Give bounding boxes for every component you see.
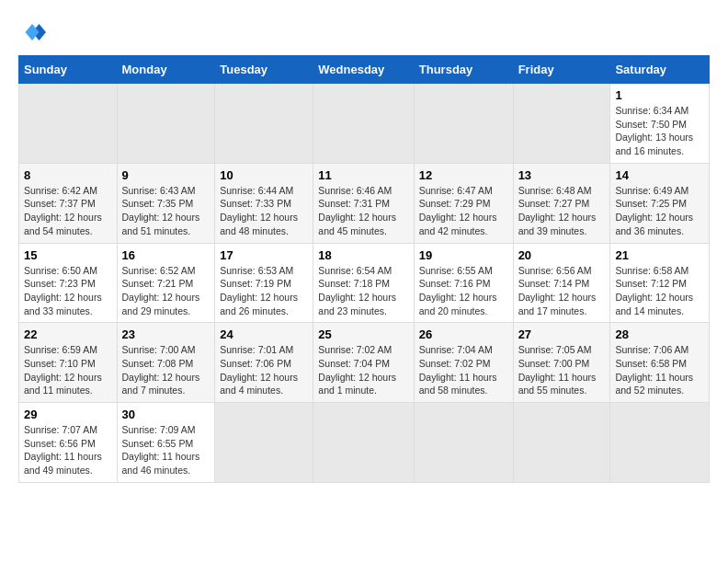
day-cell [414,84,513,164]
day-cell: 1Sunrise: 6:34 AMSunset: 7:50 PMDaylight… [610,84,710,164]
day-info: Sunrise: 7:04 AMSunset: 7:02 PMDaylight:… [419,343,508,397]
day-cell: 27Sunrise: 7:05 AMSunset: 7:00 PMDayligh… [513,323,610,403]
header-friday: Friday [513,56,610,84]
day-info: Sunrise: 6:50 AMSunset: 7:23 PMDaylight:… [24,264,112,318]
day-number: 9 [122,168,210,182]
day-info: Sunrise: 7:09 AMSunset: 6:55 PMDaylight:… [122,423,210,477]
day-info: Sunrise: 6:46 AMSunset: 7:31 PMDaylight:… [318,184,408,238]
day-info: Sunrise: 6:42 AMSunset: 7:37 PMDaylight:… [24,184,112,238]
day-cell: 16Sunrise: 6:52 AMSunset: 7:21 PMDayligh… [117,243,215,323]
week-row-0: 1Sunrise: 6:34 AMSunset: 7:50 PMDaylight… [19,84,710,164]
day-cell: 15Sunrise: 6:50 AMSunset: 7:23 PMDayligh… [19,243,118,323]
day-info: Sunrise: 7:06 AMSunset: 6:58 PMDaylight:… [615,343,704,397]
day-cell: 29Sunrise: 7:07 AMSunset: 6:56 PMDayligh… [19,403,118,483]
day-cell [117,84,215,164]
day-number: 29 [24,408,112,421]
day-cell [313,403,414,483]
day-cell: 9Sunrise: 6:43 AMSunset: 7:35 PMDaylight… [117,163,215,243]
day-info: Sunrise: 6:34 AMSunset: 7:50 PMDaylight:… [615,104,704,158]
day-info: Sunrise: 6:56 AMSunset: 7:14 PMDaylight:… [518,264,606,318]
day-cell: 19Sunrise: 6:55 AMSunset: 7:16 PMDayligh… [414,243,513,323]
day-cell [215,84,313,164]
day-number: 17 [220,248,308,262]
day-cell: 24Sunrise: 7:01 AMSunset: 7:06 PMDayligh… [215,323,313,403]
day-info: Sunrise: 7:00 AMSunset: 7:08 PMDaylight:… [122,343,210,397]
day-cell: 17Sunrise: 6:53 AMSunset: 7:19 PMDayligh… [215,243,313,323]
day-info: Sunrise: 6:54 AMSunset: 7:18 PMDaylight:… [318,264,408,318]
header-row: SundayMondayTuesdayWednesdayThursdayFrid… [19,56,710,84]
day-number: 1 [615,88,704,102]
day-cell: 23Sunrise: 7:00 AMSunset: 7:08 PMDayligh… [117,323,215,403]
day-info: Sunrise: 7:05 AMSunset: 7:00 PMDaylight:… [518,343,606,397]
day-cell: 22Sunrise: 6:59 AMSunset: 7:10 PMDayligh… [19,323,118,403]
day-number: 12 [419,168,508,182]
day-number: 28 [615,327,704,341]
day-cell [610,403,710,483]
day-number: 22 [24,327,112,341]
day-cell: 25Sunrise: 7:02 AMSunset: 7:04 PMDayligh… [313,323,414,403]
calendar-table: SundayMondayTuesdayWednesdayThursdayFrid… [18,55,710,483]
day-cell: 28Sunrise: 7:06 AMSunset: 6:58 PMDayligh… [610,323,710,403]
day-info: Sunrise: 6:52 AMSunset: 7:21 PMDaylight:… [122,264,210,318]
day-info: Sunrise: 7:02 AMSunset: 7:04 PMDaylight:… [318,343,408,397]
day-info: Sunrise: 6:58 AMSunset: 7:12 PMDaylight:… [615,264,704,318]
day-number: 27 [518,327,606,341]
day-number: 14 [615,168,704,182]
day-number: 20 [518,248,606,262]
day-cell [513,84,610,164]
day-info: Sunrise: 7:01 AMSunset: 7:06 PMDaylight:… [220,343,308,397]
header-saturday: Saturday [610,56,710,84]
day-number: 19 [419,248,508,262]
day-cell [19,84,118,164]
day-number: 11 [318,168,408,182]
day-cell: 13Sunrise: 6:48 AMSunset: 7:27 PMDayligh… [513,163,610,243]
day-cell [313,84,414,164]
day-number: 13 [518,168,606,182]
day-number: 15 [24,248,112,262]
day-cell: 30Sunrise: 7:09 AMSunset: 6:55 PMDayligh… [117,403,215,483]
day-info: Sunrise: 6:43 AMSunset: 7:35 PMDaylight:… [122,184,210,238]
logo-icon [18,18,46,46]
week-row-4: 29Sunrise: 7:07 AMSunset: 6:56 PMDayligh… [19,403,710,483]
header-sunday: Sunday [19,56,118,84]
day-cell [414,403,513,483]
day-cell: 26Sunrise: 7:04 AMSunset: 7:02 PMDayligh… [414,323,513,403]
day-number: 25 [318,327,408,341]
day-info: Sunrise: 7:07 AMSunset: 6:56 PMDaylight:… [24,423,112,477]
day-cell [215,403,313,483]
day-cell: 18Sunrise: 6:54 AMSunset: 7:18 PMDayligh… [313,243,414,323]
day-cell: 8Sunrise: 6:42 AMSunset: 7:37 PMDaylight… [19,163,118,243]
day-info: Sunrise: 6:55 AMSunset: 7:16 PMDaylight:… [419,264,508,318]
day-number: 10 [220,168,308,182]
header-tuesday: Tuesday [215,56,313,84]
day-number: 23 [122,327,210,341]
page-header [18,18,710,46]
logo [18,18,50,46]
day-number: 18 [318,248,408,262]
day-number: 26 [419,327,508,341]
week-row-1: 8Sunrise: 6:42 AMSunset: 7:37 PMDaylight… [19,163,710,243]
day-cell: 10Sunrise: 6:44 AMSunset: 7:33 PMDayligh… [215,163,313,243]
header-wednesday: Wednesday [313,56,414,84]
day-cell: 21Sunrise: 6:58 AMSunset: 7:12 PMDayligh… [610,243,710,323]
week-row-2: 15Sunrise: 6:50 AMSunset: 7:23 PMDayligh… [19,243,710,323]
day-cell [513,403,610,483]
day-cell: 20Sunrise: 6:56 AMSunset: 7:14 PMDayligh… [513,243,610,323]
day-info: Sunrise: 6:49 AMSunset: 7:25 PMDaylight:… [615,184,704,238]
day-info: Sunrise: 6:44 AMSunset: 7:33 PMDaylight:… [220,184,308,238]
day-info: Sunrise: 6:47 AMSunset: 7:29 PMDaylight:… [419,184,508,238]
day-number: 8 [24,168,112,182]
day-number: 16 [122,248,210,262]
week-row-3: 22Sunrise: 6:59 AMSunset: 7:10 PMDayligh… [19,323,710,403]
day-number: 30 [122,408,210,421]
day-number: 21 [615,248,704,262]
day-number: 24 [220,327,308,341]
day-info: Sunrise: 6:48 AMSunset: 7:27 PMDaylight:… [518,184,606,238]
day-info: Sunrise: 6:53 AMSunset: 7:19 PMDaylight:… [220,264,308,318]
day-info: Sunrise: 6:59 AMSunset: 7:10 PMDaylight:… [24,343,112,397]
day-cell: 11Sunrise: 6:46 AMSunset: 7:31 PMDayligh… [313,163,414,243]
header-monday: Monday [117,56,215,84]
day-cell: 12Sunrise: 6:47 AMSunset: 7:29 PMDayligh… [414,163,513,243]
header-thursday: Thursday [414,56,513,84]
day-cell: 14Sunrise: 6:49 AMSunset: 7:25 PMDayligh… [610,163,710,243]
